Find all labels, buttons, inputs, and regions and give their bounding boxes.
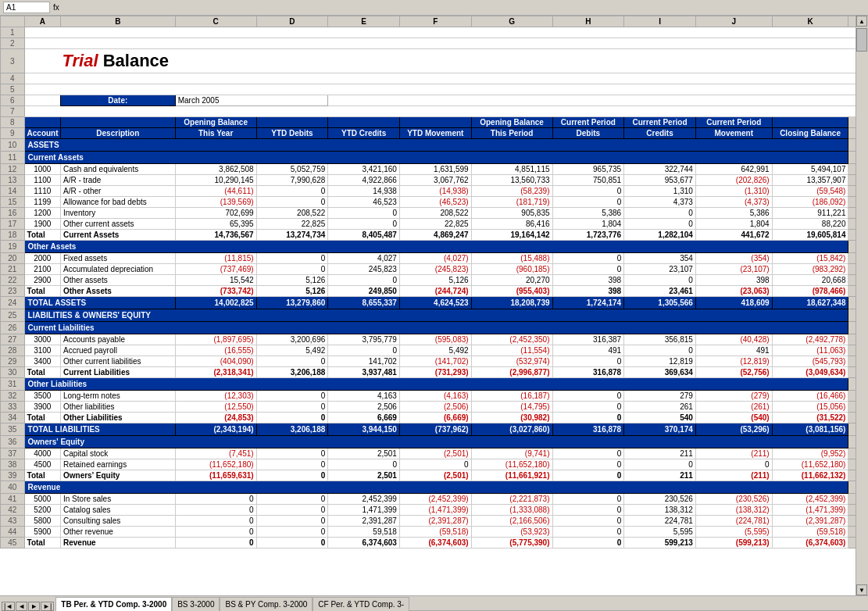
header-ytd-debits-lbl bbox=[256, 117, 328, 128]
ytd-d-1000: 5,052,759 bbox=[256, 164, 328, 175]
row-41: 41 5000 In Store sales 0 0 2,452,399 (2,… bbox=[1, 494, 868, 505]
row-2: 2 bbox=[1, 38, 868, 49]
row-38: 38 4500 Retained earnings (11,652,180) 0… bbox=[1, 459, 868, 470]
scroll-area[interactable]: A B C D E F G H I J K 1 bbox=[0, 16, 868, 570]
scroll-thumb[interactable] bbox=[856, 28, 867, 52]
owners-equity-label: Owners' Equity bbox=[24, 436, 848, 448]
header-opening-balance-period: Opening Balance bbox=[471, 117, 552, 128]
header-this-period: This Period bbox=[471, 128, 552, 139]
desc-1000: Cash and equivalents bbox=[61, 164, 176, 175]
ob-p-1000: 4,851,115 bbox=[471, 164, 552, 175]
row-29: 29 3400 Other current liabilities (404,0… bbox=[1, 356, 868, 367]
row-39-total-owners-equity: 39 Total Owners' Equity (11,659,631) 0 2… bbox=[1, 470, 868, 481]
col-header-j: J bbox=[695, 16, 772, 27]
header-closing: Closing Balance bbox=[772, 128, 848, 139]
tab-next-arrow[interactable]: ► bbox=[28, 602, 40, 611]
header-cp-top2: Current Period bbox=[624, 117, 696, 128]
header-account: Account bbox=[24, 128, 60, 139]
row-27: 27 3000 Accounts payable (1,897,695) 3,2… bbox=[1, 334, 868, 345]
row-33: 33 3900 Other liabilities (12,550) 0 2,5… bbox=[1, 402, 868, 413]
row-26-current-liab: 26 Current Liabilities bbox=[1, 322, 868, 334]
header-this-year: This Year bbox=[175, 128, 256, 139]
col-header-b: B bbox=[61, 16, 176, 27]
row-37: 37 4000 Capital stock (7,451) 0 2,501 (2… bbox=[1, 448, 868, 459]
current-assets-label: Current Assets bbox=[24, 152, 848, 164]
header-description: Description bbox=[61, 128, 176, 139]
header-closing-top bbox=[772, 117, 848, 128]
col-header-c: C bbox=[175, 16, 256, 27]
revenue-label: Revenue bbox=[24, 481, 848, 494]
row-15: 15 1199 Allowance for bad debts (139,569… bbox=[1, 197, 868, 208]
title-rest: Balance bbox=[98, 51, 170, 70]
formula-bar: A1 fx bbox=[0, 0, 868, 16]
row-1: 1 bbox=[1, 27, 868, 38]
row-6-date: 6 Date: March 2005 bbox=[1, 95, 868, 106]
other-assets-label: Other Assets bbox=[24, 241, 848, 253]
row-3-title: 3 Trial Balance bbox=[1, 49, 868, 73]
name-box[interactable]: A1 bbox=[3, 2, 50, 13]
title-italic: Trial bbox=[63, 51, 98, 70]
tab-first-arrow[interactable]: |◄ bbox=[2, 602, 15, 611]
acct-1000: 1000 bbox=[24, 164, 60, 175]
header-ytd-credits: YTD Credits bbox=[328, 128, 400, 139]
row-22: 22 2900 Other assets 15,542 5,126 0 5,12… bbox=[1, 275, 868, 286]
tab-prev-arrow[interactable]: ◄ bbox=[16, 602, 27, 611]
tab-bs-py[interactable]: BS & PY Comp. 3-2000 bbox=[220, 597, 313, 611]
tab-active-tb[interactable]: TB Per. & YTD Comp. 3-2000 bbox=[55, 597, 172, 611]
header-opening-balance-year: Opening Balance bbox=[175, 117, 256, 128]
date-value[interactable]: March 2005 bbox=[175, 95, 328, 106]
col-header-f: F bbox=[399, 16, 471, 27]
cp-c-1000: 322,744 bbox=[624, 164, 696, 175]
ob-yr-1000: 3,862,508 bbox=[175, 164, 256, 175]
row-45-total-revenue: 45 Total Revenue 0 0 6,374,603 (6,374,60… bbox=[1, 538, 868, 548]
scroll-down-btn[interactable]: ▼ bbox=[856, 584, 867, 595]
header-cp-top: Current Period bbox=[552, 117, 624, 128]
row-21: 21 2100 Accumulated depreciation (737,46… bbox=[1, 264, 868, 275]
col-header-d: D bbox=[256, 16, 328, 27]
row-31-other-liab-header: 31 Other Liabilities bbox=[1, 378, 868, 391]
spreadsheet-container: A1 fx bbox=[0, 0, 868, 611]
vertical-scrollbar[interactable]: ▲ ▼ bbox=[855, 16, 868, 595]
row-30-total-current-liab: 30 Total Current Liabilities (2,318,341)… bbox=[1, 367, 868, 378]
header-ytd-movement: YTD Movement bbox=[399, 128, 471, 139]
row-23-total-other-assets: 23 Total Other Assets (733,742) 5,126 24… bbox=[1, 286, 868, 297]
header-ytd-debits: YTD Debits bbox=[256, 128, 328, 139]
row-32: 32 3500 Long-term notes (12,303) 0 4,163… bbox=[1, 391, 868, 402]
tab-nav-arrows[interactable]: |◄ ◄ ► ►| bbox=[0, 602, 55, 611]
row-20: 20 2000 Fixed assets (11,815) 0 4,027 (4… bbox=[1, 253, 868, 264]
tab-last-arrow[interactable]: ►| bbox=[41, 602, 54, 611]
row-11-current-assets: 11 Current Assets bbox=[1, 152, 868, 164]
header-ytd-movement-lbl bbox=[399, 117, 471, 128]
close-1000: 5,494,107 bbox=[772, 164, 848, 175]
col-header-a: A bbox=[24, 16, 60, 27]
total-liabilities-label: TOTAL LIABILITIES bbox=[24, 423, 175, 436]
header-cp-movement: Movement bbox=[695, 128, 772, 139]
row-8-header-top: 8 Opening Balance Opening Balance Curren… bbox=[1, 117, 868, 128]
row-40-revenue-header: 40 Revenue bbox=[1, 481, 868, 494]
row-13: 13 1100 A/R - trade 10,290,145 7,990,628… bbox=[1, 175, 868, 186]
fx-label: fx bbox=[53, 3, 59, 12]
sheet-tabs-bar: |◄ ◄ ► ►| TB Per. & YTD Comp. 3-2000 BS … bbox=[0, 595, 868, 611]
row-9-header-bottom: 9 Account Description This Year YTD Debi… bbox=[1, 128, 868, 139]
col-header-k: K bbox=[772, 16, 848, 27]
header-cp-debits: Debits bbox=[552, 128, 624, 139]
ytd-m-1000: 1,631,599 bbox=[399, 164, 471, 175]
row-28: 28 3100 Accrued payroll (16,555) 5,492 0… bbox=[1, 345, 868, 356]
scroll-up-btn[interactable]: ▲ bbox=[856, 16, 867, 27]
other-liabilities-label: Other Liabilities bbox=[24, 378, 848, 391]
header-ytd-credits-lbl bbox=[328, 117, 400, 128]
tab-cf[interactable]: CF Per. & YTD Comp. 3- bbox=[313, 597, 409, 611]
row-34-total-other-liab: 34 Total Other Liabilities (24,853) 0 6,… bbox=[1, 413, 868, 423]
col-header-rn bbox=[1, 16, 25, 27]
date-label: Date: bbox=[61, 95, 176, 106]
tab-bs[interactable]: BS 3-2000 bbox=[172, 597, 220, 611]
row-42: 42 5200 Catalog sales 0 0 1,471,399 (1,4… bbox=[1, 505, 868, 516]
ytd-c-1000: 3,421,160 bbox=[328, 164, 400, 175]
row-5: 5 bbox=[1, 84, 868, 95]
assets-label: ASSETS bbox=[24, 139, 848, 152]
row-44: 44 5900 Other revenue 0 0 59,518 (59,518… bbox=[1, 527, 868, 538]
current-liabilities-label: Current Liabilities bbox=[24, 322, 848, 334]
cp-m-1000: 642,991 bbox=[695, 164, 772, 175]
row-25-liab-header: 25 LIABILITIES & OWNERS' EQUITY bbox=[1, 309, 868, 322]
col-header-row: A B C D E F G H I J K bbox=[1, 16, 868, 27]
